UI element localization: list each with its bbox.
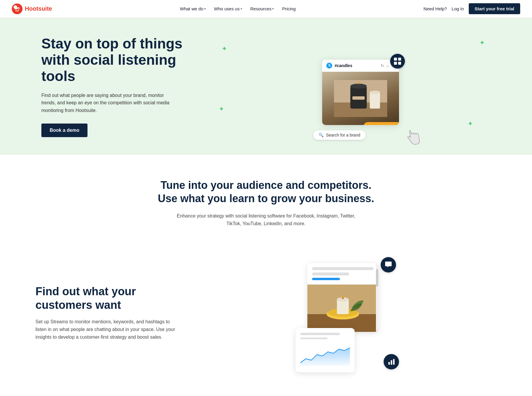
chat-icon — [381, 257, 396, 272]
scrollbar-thumb — [376, 269, 378, 287]
candle-illustration — [334, 75, 387, 122]
svg-point-17 — [370, 90, 380, 94]
sparkle-icon: ✦ — [468, 120, 473, 128]
hand-cursor-svg — [404, 128, 421, 147]
candle-illustration-2 — [307, 285, 378, 332]
svg-rect-16 — [370, 92, 380, 108]
feature-illustration — [201, 263, 497, 363]
search-brand-pill[interactable]: 🔍 Search for a brand — [313, 130, 366, 140]
svg-point-4 — [15, 8, 17, 9]
nav-resources[interactable]: Resources ▾ — [247, 4, 278, 14]
login-link[interactable]: Log In — [452, 6, 464, 11]
logo-svg — [12, 4, 22, 14]
refresh-icon[interactable]: ↻ — [381, 63, 384, 68]
hero-ui-card: 𝕏 #candles ↻ ⌕ ··· — [322, 60, 399, 125]
area-chart-svg — [300, 343, 350, 366]
feature-description: Set up Streams to monitor mentions, keyw… — [35, 318, 177, 341]
svg-rect-9 — [398, 62, 401, 65]
chart-label-line-short — [300, 337, 327, 339]
sparkle-icon: ✦ — [479, 39, 485, 47]
svg-point-2 — [15, 7, 17, 9]
hootsuite-grid-icon — [393, 57, 402, 65]
feature-main-card — [307, 263, 378, 332]
twitter-icon: 𝕏 — [326, 63, 332, 69]
chart-area — [296, 328, 355, 372]
book-demo-button[interactable]: Book a demo — [41, 124, 87, 137]
sparkle-icon: ✦ — [222, 45, 227, 53]
feature-title: Find out what your customers want — [35, 285, 177, 312]
logo-wordmark: Hootsuite — [25, 5, 52, 12]
bar-chart-svg — [387, 358, 395, 366]
ui-topbar: 𝕏 #candles ↻ ⌕ ··· — [322, 60, 399, 72]
svg-point-26 — [342, 296, 344, 298]
feature-content: Find out what your customers want Set up… — [35, 285, 177, 341]
start-trial-button[interactable]: Start your free trial — [469, 3, 520, 14]
middle-section: Tune into your audience and competitors.… — [0, 155, 532, 245]
svg-rect-27 — [388, 362, 390, 365]
svg-point-15 — [358, 81, 359, 84]
search-icon: 🔍 — [319, 133, 324, 137]
middle-title: Tune into your audience and competitors.… — [12, 178, 520, 205]
hero-section: Stay on top of things with social listen… — [0, 18, 532, 155]
add-stream-button[interactable]: Add Stream — [363, 122, 399, 125]
sparkle-icon: ✦ — [219, 105, 224, 113]
feature-section: Find out what your customers want Set up… — [0, 245, 532, 387]
cursor-hand-icon — [404, 128, 421, 150]
nav-pricing[interactable]: Pricing — [278, 4, 299, 14]
search-icon[interactable]: ⌕ — [387, 63, 389, 68]
need-help-link[interactable]: Need Help? — [424, 6, 447, 11]
chat-bubble-svg — [385, 261, 392, 269]
feature-chart-card — [296, 328, 355, 372]
nav-what-we-do[interactable]: What we do ▾ — [176, 4, 209, 14]
nav-who-uses-us[interactable]: Who uses us ▾ — [210, 4, 246, 14]
feature-card-topbar — [307, 263, 378, 285]
bar-chart-icon — [384, 354, 399, 369]
middle-description: Enhance your strategy with social listen… — [174, 212, 358, 227]
hero-description: Find out what people are saying about yo… — [41, 92, 177, 114]
svg-rect-7 — [398, 58, 401, 61]
hashtag-label: #candles — [335, 63, 352, 68]
chevron-down-icon: ▾ — [272, 7, 274, 10]
hero-title: Stay on top of things with social listen… — [41, 35, 201, 85]
chart-label-line — [300, 333, 340, 335]
hero-illustration: ✦ ✦ ✦ ✦ 𝕏 #candles ↻ — [213, 36, 508, 137]
logo-icon — [12, 4, 22, 14]
candle-bg — [322, 72, 399, 125]
feature-image — [307, 285, 378, 332]
svg-rect-29 — [393, 359, 395, 365]
add-stream-label: Add Stream — [373, 124, 397, 125]
search-brand-label: Search for a brand — [326, 133, 360, 137]
logo[interactable]: Hootsuite — [12, 4, 52, 14]
svg-rect-6 — [394, 58, 397, 61]
hootsuite-logo-circle — [390, 54, 405, 69]
svg-rect-18 — [352, 96, 365, 100]
hero-content: Stay on top of things with social listen… — [41, 35, 201, 137]
feature-image-inner — [307, 285, 378, 332]
svg-point-1 — [13, 5, 21, 13]
svg-rect-23 — [337, 299, 349, 314]
svg-rect-28 — [391, 360, 392, 365]
navigation: Hootsuite What we do ▾ Who uses us ▾ Res… — [0, 0, 532, 18]
svg-point-5 — [18, 8, 19, 9]
scrollbar[interactable] — [376, 263, 378, 332]
nav-right: Need Help? Log In Start your free trial — [424, 3, 520, 14]
svg-rect-8 — [394, 62, 397, 65]
nav-links: What we do ▾ Who uses us ▾ Resources ▾ P… — [176, 4, 299, 14]
candle-image: Add Stream — [322, 72, 399, 125]
chevron-down-icon: ▾ — [241, 7, 242, 10]
chevron-down-icon: ▾ — [204, 7, 206, 10]
